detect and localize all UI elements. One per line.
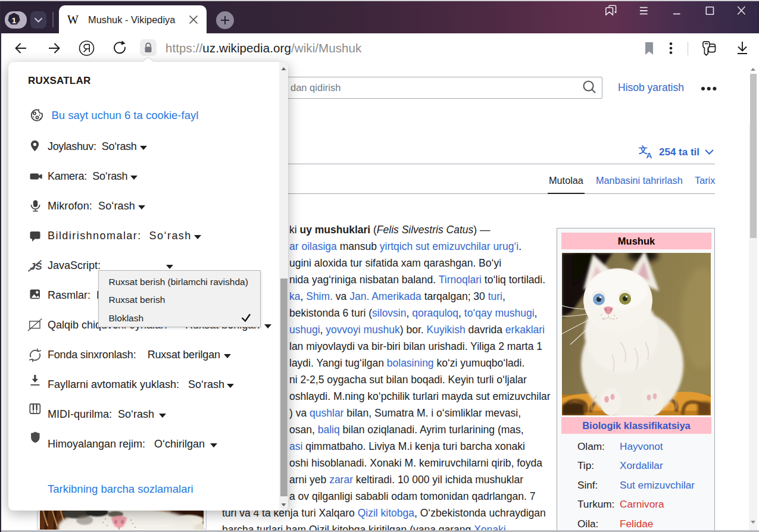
svg-text:A: A [646, 151, 652, 160]
svg-text:1: 1 [12, 16, 17, 25]
svg-text:JS: JS [30, 261, 43, 271]
